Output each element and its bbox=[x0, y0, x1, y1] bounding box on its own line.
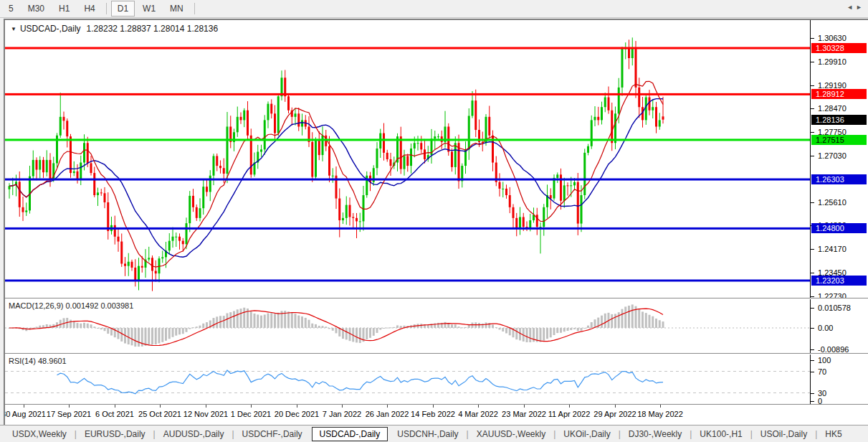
time-axis-label: 6 Oct 2021 bbox=[95, 410, 134, 418]
time-axis-label: 29 Apr 2022 bbox=[593, 410, 636, 418]
chevron-down-icon[interactable]: ▼ bbox=[11, 26, 16, 32]
tab-usoil-daily[interactable]: USOil-,Daily bbox=[754, 427, 814, 441]
chart-ohlc-values: 1.28232 1.28837 1.28014 1.28136 bbox=[87, 24, 219, 34]
axis-tick-mark bbox=[811, 85, 814, 86]
price-level-badge: 1.24800 bbox=[811, 223, 867, 233]
timeframe-button-5[interactable]: 5 bbox=[2, 1, 20, 17]
time-axis-tick bbox=[115, 405, 115, 408]
time-axis-tick bbox=[69, 405, 70, 408]
tab-audusd-daily[interactable]: AUDUSD-,Daily bbox=[157, 427, 231, 441]
tab-scroll-arrows[interactable]: ◄► bbox=[845, 4, 867, 11]
axis-tick-mark bbox=[811, 38, 814, 39]
tab-separator: | bbox=[617, 429, 622, 439]
macd-signal-line bbox=[9, 309, 663, 345]
price-axis[interactable]: 1.306301.299101.291901.284701.277501.270… bbox=[810, 20, 868, 405]
time-axis-label: 26 Jan 2022 bbox=[366, 410, 409, 418]
axis-tick-mark bbox=[811, 401, 814, 402]
tab-xauusd-weekly[interactable]: XAUUSD-,Weekly bbox=[470, 427, 552, 441]
axis-tick-label: 0 bbox=[818, 397, 822, 406]
axis-tick-mark bbox=[811, 372, 814, 372]
axis-tick-mark bbox=[811, 249, 814, 250]
axis-tick-mark bbox=[811, 132, 814, 133]
time-axis-label: 20 Dec 2021 bbox=[275, 410, 319, 418]
rsi-pane[interactable] bbox=[5, 354, 810, 404]
axis-tick-mark bbox=[811, 393, 814, 394]
time-axis-tick bbox=[24, 405, 24, 408]
time-axis-tick bbox=[387, 405, 388, 408]
tab-separator: | bbox=[688, 429, 693, 439]
timeframe-button-mn[interactable]: MN bbox=[163, 1, 190, 17]
timeframe-button-h1[interactable]: H1 bbox=[52, 1, 76, 17]
time-axis-label: 23 Mar 2022 bbox=[502, 410, 546, 418]
time-axis-tick bbox=[342, 405, 343, 408]
axis-tick-label: 1.25610 bbox=[818, 198, 846, 207]
axis-tick-mark bbox=[811, 273, 814, 273]
tab-uk100-h1[interactable]: UK100-,H1 bbox=[693, 427, 748, 441]
time-axis-tick bbox=[206, 405, 206, 408]
axis-tick-label: 1.22730 bbox=[818, 292, 846, 301]
axis-tick-mark bbox=[811, 349, 814, 350]
tab-usdchf-daily[interactable]: USDCHF-,Daily bbox=[236, 427, 309, 441]
time-axis-tick bbox=[297, 405, 297, 408]
axis-tick-mark bbox=[811, 108, 814, 109]
axis-tick-label: 0.00 bbox=[818, 324, 833, 333]
macd-indicator-label: MACD(12,26,9) 0.001492 0.003981 bbox=[9, 301, 133, 310]
axis-tick-mark bbox=[811, 360, 814, 361]
price-level-badge: 1.28912 bbox=[811, 89, 867, 99]
axis-tick-label: 1.30630 bbox=[818, 34, 846, 43]
tab-separator: | bbox=[814, 429, 819, 439]
timeframe-button-w1[interactable]: W1 bbox=[136, 1, 162, 17]
tab-dj30-weekly[interactable]: DJ30-,Weekly bbox=[622, 427, 688, 441]
axis-tick-mark bbox=[811, 62, 814, 62]
candlestick-series bbox=[9, 37, 664, 291]
scroll-left-icon[interactable]: ◄ bbox=[846, 4, 856, 11]
tab-separator: | bbox=[465, 429, 470, 439]
timeframe-button-m30[interactable]: M30 bbox=[22, 1, 51, 17]
time-axis-label: 12 Nov 2021 bbox=[183, 410, 228, 418]
price-level-badge: 1.23203 bbox=[811, 276, 867, 286]
time-axis-tick bbox=[251, 405, 252, 408]
time-axis-label: 7 Jan 2022 bbox=[323, 410, 361, 418]
timeframe-button-d1[interactable]: D1 bbox=[111, 1, 135, 17]
time-axis-tick bbox=[569, 405, 570, 408]
time-axis-tick bbox=[615, 405, 616, 408]
time-axis-tick bbox=[524, 405, 525, 408]
axis-tick-label: 100 bbox=[818, 356, 831, 365]
timeframe-button-h4[interactable]: H4 bbox=[77, 1, 101, 17]
tab-eurusd-daily[interactable]: EURUSD-,Daily bbox=[78, 427, 152, 441]
tab-usdcad-daily[interactable]: USDCAD-,Daily bbox=[312, 427, 388, 441]
time-axis-label: 25 Oct 2021 bbox=[138, 410, 181, 418]
time-axis-tick bbox=[160, 405, 161, 408]
axis-tick-label: 0.010578 bbox=[818, 304, 851, 313]
panel-separator[interactable] bbox=[5, 298, 868, 299]
time-axis-label: 4 Mar 2022 bbox=[458, 410, 498, 418]
axis-tick-label: 1.24170 bbox=[818, 245, 846, 254]
price-chart-pane[interactable] bbox=[5, 20, 810, 298]
tab-separator: | bbox=[73, 429, 78, 439]
chart-title: ▼USDCAD-,Daily1.28232 1.28837 1.28014 1.… bbox=[11, 24, 218, 34]
current-price-badge: 1.28136 bbox=[811, 115, 867, 125]
chart-symbol-label: USDCAD-,Daily bbox=[20, 24, 81, 34]
time-axis-tick bbox=[433, 405, 434, 408]
rsi-indicator-label: RSI(14) 48.9601 bbox=[9, 357, 67, 365]
tab-usdx-weekly[interactable]: USDX,Weekly bbox=[6, 427, 73, 441]
panel-separator bbox=[5, 404, 868, 405]
panel-separator[interactable] bbox=[5, 353, 868, 354]
tab-separator: | bbox=[749, 429, 754, 439]
scroll-right-icon[interactable]: ► bbox=[856, 4, 865, 11]
time-axis-label: 11 Apr 2022 bbox=[548, 410, 591, 418]
axis-tick-label: 70 bbox=[818, 367, 826, 377]
tab-ukoil-daily[interactable]: UKOil-,Daily bbox=[557, 427, 616, 441]
time-axis-label: 14 Feb 2022 bbox=[411, 410, 455, 418]
time-axis[interactable]: 30 Aug 202117 Sep 20216 Oct 202125 Oct 2… bbox=[5, 405, 868, 424]
axis-tick-mark bbox=[811, 296, 814, 297]
time-axis-tick bbox=[478, 405, 479, 408]
tab-separator: | bbox=[152, 429, 157, 439]
tab-separator: | bbox=[552, 429, 557, 439]
chart-window[interactable]: ▼USDCAD-,Daily1.28232 1.28837 1.28014 1.… bbox=[4, 19, 868, 425]
tab-usdcnh-daily[interactable]: USDCNH-,Daily bbox=[391, 427, 464, 441]
tab-hk5[interactable]: HK5 bbox=[819, 427, 848, 441]
axis-tick-label: 1.29910 bbox=[818, 57, 846, 67]
time-axis-label: 17 Sep 2021 bbox=[47, 410, 91, 418]
rsi-line bbox=[57, 370, 664, 394]
